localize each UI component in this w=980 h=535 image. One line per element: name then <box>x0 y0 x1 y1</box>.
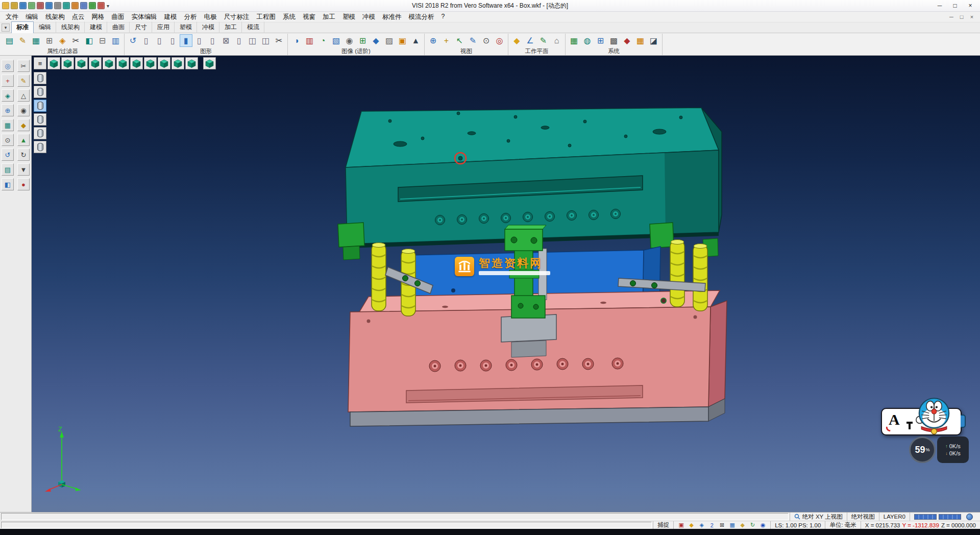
side-tool-button[interactable]: ▤ <box>2 163 14 176</box>
viewport-menu-button[interactable]: ≡ <box>34 57 46 69</box>
ribbon-tab[interactable]: 标准 <box>11 21 34 34</box>
toolbar-icon[interactable]: ◆ <box>370 34 382 47</box>
toolbar-icon[interactable]: ⊞ <box>356 34 369 47</box>
toolbar-icon[interactable]: ✎ <box>537 34 550 47</box>
quick-access-icon[interactable] <box>2 2 9 9</box>
toolbar-icon[interactable]: ◎ <box>493 34 506 47</box>
toolbar-icon[interactable]: ◆ <box>621 34 633 47</box>
ribbon-tab[interactable]: 建模 <box>85 21 107 34</box>
maximize-button[interactable]: □ <box>947 1 963 11</box>
toolbar-icon[interactable]: ⊞ <box>43 34 56 47</box>
document-close-button[interactable]: × <box>967 14 977 20</box>
display-filter-button[interactable] <box>34 127 46 139</box>
view-cube-button[interactable] <box>185 57 198 69</box>
side-tool-button[interactable]: ◉ <box>17 104 30 116</box>
menu-item[interactable]: 实体编辑 <box>128 12 161 22</box>
layer-cell[interactable]: LAYER0 <box>879 513 910 521</box>
view-cube-button[interactable] <box>172 57 184 69</box>
quick-access-icon[interactable] <box>80 2 87 9</box>
side-tool-button[interactable]: ◆ <box>17 119 30 131</box>
view-cube-button[interactable] <box>103 57 115 69</box>
toolbar-icon[interactable]: ▯ <box>153 34 166 47</box>
toolbar-icon[interactable]: ▥ <box>303 34 316 47</box>
toolbar-icon[interactable]: ◫ <box>259 34 272 47</box>
menu-item[interactable]: 编辑 <box>22 12 42 22</box>
viewport-3d[interactable]: ≡ <box>32 56 980 512</box>
toolbar-icon[interactable]: ▲ <box>409 34 422 47</box>
quick-access-icon[interactable] <box>89 2 96 9</box>
menu-item[interactable]: 加工 <box>319 12 339 22</box>
side-tool-button[interactable]: ✎ <box>17 75 30 87</box>
document-restore-button[interactable]: □ <box>957 14 967 20</box>
quick-access-icon[interactable] <box>97 2 105 9</box>
side-tool-button[interactable]: ↺ <box>2 149 14 161</box>
percent-badge[interactable]: 59% <box>909 436 936 463</box>
side-tool-button[interactable]: ▦ <box>2 119 14 131</box>
side-tool-button[interactable]: ⊙ <box>2 134 14 146</box>
toolbar-icon[interactable]: ✎ <box>467 34 479 47</box>
view-cube-button[interactable] <box>158 57 170 69</box>
menu-item[interactable]: 曲面 <box>108 12 128 22</box>
quick-access-icon[interactable] <box>11 2 18 9</box>
side-tool-button[interactable]: ↻ <box>17 149 30 161</box>
view-cube-button[interactable] <box>144 57 157 69</box>
view-cube-button[interactable] <box>116 57 129 69</box>
toolbar-icon[interactable]: ⌂ <box>550 34 563 47</box>
menu-item[interactable]: 网格 <box>88 12 108 22</box>
side-tool-button[interactable]: ▲ <box>17 134 30 146</box>
menu-item[interactable]: 点云 <box>68 12 88 22</box>
toolbar-icon[interactable]: ∠ <box>524 34 536 47</box>
toolbar-icon[interactable]: ◑ <box>290 34 303 47</box>
status-mode-icon[interactable]: ◈ <box>697 522 706 529</box>
toolbar-icon[interactable]: ◍ <box>581 34 594 47</box>
side-tool-button[interactable]: ● <box>17 178 30 190</box>
toolbar-icon[interactable]: ▥ <box>109 34 122 47</box>
menu-item[interactable]: 系统 <box>279 12 299 22</box>
ribbon-tab[interactable]: 模流 <box>242 21 264 34</box>
toolbar-icon[interactable]: ✎ <box>16 34 29 47</box>
toolbar-icon[interactable]: ▮ <box>180 34 192 47</box>
view-cube-extra-button[interactable] <box>203 57 216 69</box>
display-filter-button[interactable] <box>34 113 46 126</box>
minimize-button[interactable]: ─ <box>932 1 947 11</box>
status-mode-icon[interactable]: ▣ <box>677 522 685 529</box>
toolbar-icon[interactable]: ⊙ <box>480 34 493 47</box>
status-mode-icon[interactable]: ⊠ <box>718 522 726 529</box>
display-filter-button[interactable] <box>34 100 46 112</box>
menu-item[interactable]: 视窗 <box>299 12 319 22</box>
status-mode-icon[interactable]: ◆ <box>687 522 696 529</box>
toolbar-options-caret-icon[interactable]: ▾ <box>105 3 111 9</box>
quick-access-icon[interactable] <box>19 2 27 9</box>
mold-3d-model[interactable] <box>32 56 980 512</box>
toolbar-icon[interactable]: ◆ <box>510 34 523 47</box>
toolbar-icon[interactable]: + <box>440 34 453 47</box>
status-mode-icon[interactable]: 2 <box>707 522 716 529</box>
snap-cell[interactable]: 捕捉 <box>653 521 673 529</box>
toolbar-icon[interactable]: ▯ <box>166 34 179 47</box>
toolbar-icon[interactable]: ◫ <box>246 34 259 47</box>
status-mode-icon[interactable]: ↻ <box>748 522 757 529</box>
toolbar-icon[interactable]: ▦ <box>634 34 647 47</box>
status-mode-icon[interactable]: ◆ <box>738 522 747 529</box>
toolbar-icon[interactable]: ▧ <box>330 34 342 47</box>
document-minimize-button[interactable]: ─ <box>946 14 957 20</box>
toolbar-icon[interactable]: ⊞ <box>594 34 607 47</box>
toolbar-icon[interactable]: ▨ <box>383 34 396 47</box>
ribbon-tab[interactable]: 编辑 <box>34 21 56 34</box>
quick-access-icon[interactable] <box>63 2 70 9</box>
widget-side-tab[interactable] <box>961 415 966 428</box>
view-orientation-cell[interactable]: 绝对 XY 上视图 <box>790 513 847 521</box>
toolbar-icon[interactable]: ◉ <box>343 34 356 47</box>
toolbar-icon[interactable]: ▯ <box>140 34 153 47</box>
quick-access-icon[interactable] <box>45 2 53 9</box>
globe-icon[interactable] <box>966 514 973 520</box>
toolbar-icon[interactable]: ▯ <box>233 34 246 47</box>
toolbar-icon[interactable]: ↖ <box>453 34 466 47</box>
toolbar-icon[interactable]: ⊟ <box>96 34 109 47</box>
toolbar-icon[interactable]: ▦ <box>30 34 42 47</box>
display-filter-button[interactable] <box>34 72 46 84</box>
menu-item[interactable]: 塑模 <box>339 12 359 22</box>
menu-item[interactable]: 电极 <box>201 12 220 22</box>
ribbon-tab[interactable]: 塑模 <box>175 21 197 34</box>
view-mode-cell[interactable]: 绝对视图 <box>847 513 879 521</box>
